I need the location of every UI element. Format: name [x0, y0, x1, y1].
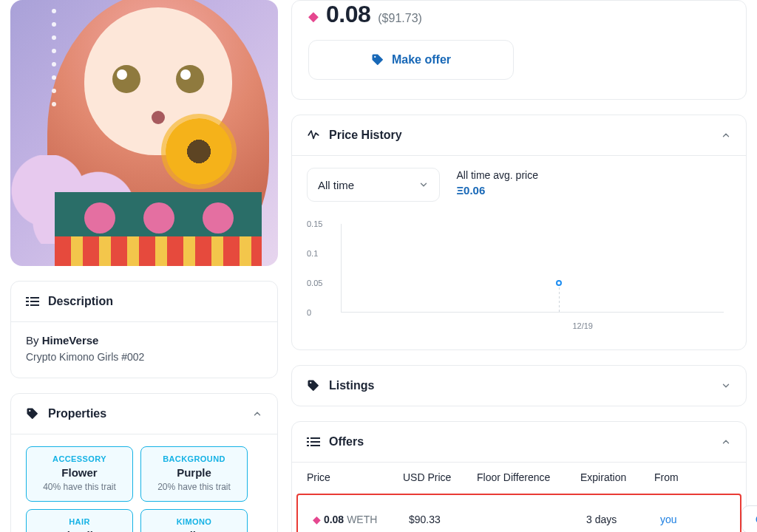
chevron-up-icon — [252, 409, 262, 419]
avg-price-block: All time avg. price Ξ0.06 — [456, 168, 537, 197]
cancel-offer-button[interactable]: Cancel — [741, 505, 757, 532]
offer-price: ◆ 0.08WETH — [313, 514, 409, 525]
price-eth: 0.08 — [326, 1, 370, 28]
chevron-down-icon — [418, 180, 429, 190]
offers-table-header: Price USD Price Floor Difference Expirat… — [292, 462, 746, 494]
property-value: Pigtails — [31, 529, 128, 532]
property-value: Flower — [31, 466, 128, 479]
description-panel: Description By HimeVerse Crypto Kimono G… — [10, 281, 278, 378]
time-range-select[interactable]: All time — [307, 168, 440, 202]
price-history-header[interactable]: Price History — [292, 115, 746, 155]
offer-from-link[interactable]: you — [660, 514, 741, 525]
price-box: ◆ 0.08 ($91.73) Make offer — [291, 0, 747, 100]
tag-icon — [26, 407, 39, 420]
tag-icon — [371, 53, 384, 66]
property-card[interactable]: HAIRPigtails — [26, 509, 133, 532]
offers-header[interactable]: Offers — [292, 422, 746, 462]
offer-row: ◆ 0.08WETH$90.333 daysyouCancel — [296, 494, 741, 532]
item-name: Crypto Kimono Girls #002 — [26, 351, 262, 363]
price-usd: ($91.73) — [378, 12, 422, 25]
property-key: HAIR — [31, 517, 128, 526]
property-key: BACKGROUND — [146, 454, 242, 463]
chevron-up-icon — [721, 437, 731, 447]
properties-header[interactable]: Properties — [11, 394, 277, 434]
price-history-title: Price History — [329, 129, 402, 142]
chart-ytick: 0.1 — [307, 249, 318, 258]
properties-panel: Properties ACCESSORYFlower40% have this … — [10, 393, 278, 532]
nft-image[interactable] — [10, 0, 278, 266]
property-key: KIMONO — [146, 517, 242, 526]
chevron-up-icon — [721, 130, 731, 140]
property-rarity: 20% have this trait — [146, 482, 242, 492]
price-tag-icon — [307, 379, 320, 392]
menu-icon — [26, 295, 39, 308]
properties-title: Properties — [48, 407, 106, 420]
listings-header[interactable]: Listings — [292, 366, 746, 406]
offers-panel: Offers Price USD Price Floor Difference … — [291, 421, 747, 532]
creator-link[interactable]: HimeVerse — [42, 334, 99, 347]
listings-panel: Listings — [291, 365, 747, 406]
description-title: Description — [48, 295, 113, 308]
offer-usd: $90.33 — [409, 514, 483, 525]
property-card[interactable]: KIMONOYellow — [140, 509, 248, 532]
property-value: Yellow — [146, 529, 242, 532]
chart-ytick: 0.05 — [307, 279, 322, 287]
chevron-down-icon — [721, 381, 731, 391]
chart-ytick: 0 — [307, 308, 311, 317]
property-key: ACCESSORY — [31, 454, 128, 463]
activity-icon — [307, 129, 320, 142]
list-icon — [307, 435, 320, 449]
description-header[interactable]: Description — [11, 282, 277, 321]
property-card[interactable]: ACCESSORYFlower40% have this trait — [26, 446, 133, 502]
property-value: Purple — [146, 466, 242, 479]
listings-title: Listings — [329, 379, 374, 392]
creator-line: By HimeVerse — [26, 334, 262, 347]
chart-xtick: 12/19 — [572, 321, 593, 330]
price-history-panel: Price History All time All time avg. pri… — [291, 115, 747, 350]
make-offer-button[interactable]: Make offer — [308, 40, 514, 80]
price-history-chart: 0.150.10.05012/19 — [307, 224, 731, 335]
chart-point — [556, 280, 562, 286]
offers-title: Offers — [329, 435, 364, 449]
property-card[interactable]: BACKGROUNDPurple20% have this trait — [140, 446, 248, 502]
property-rarity: 40% have this trait — [31, 482, 128, 492]
eth-icon: ◆ — [308, 8, 319, 24]
offer-expiration: 3 days — [586, 514, 660, 525]
chart-ytick: 0.15 — [307, 219, 322, 228]
